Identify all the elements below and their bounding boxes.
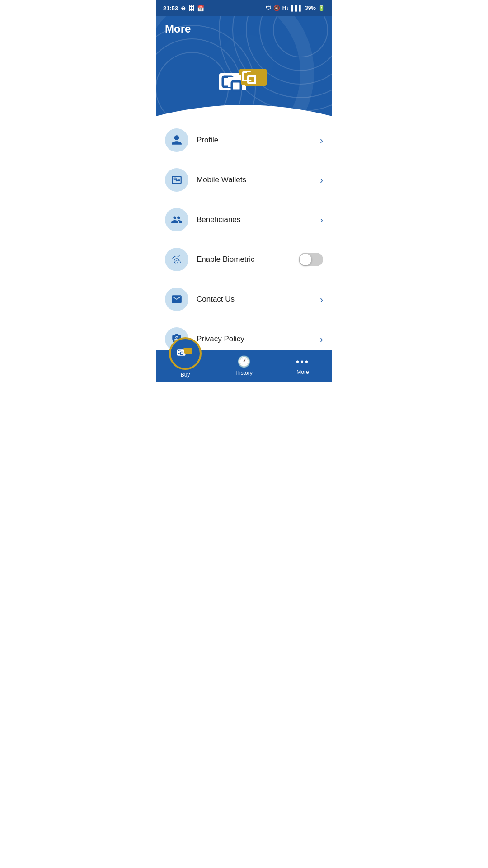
battery-icon: 🔋 bbox=[318, 5, 325, 11]
biometric-toggle[interactable] bbox=[299, 253, 323, 266]
time: 21:53 bbox=[163, 5, 178, 12]
header-title: More bbox=[165, 23, 191, 35]
beneficiaries-icon bbox=[165, 208, 188, 231]
menu-item-mobile-wallets[interactable]: Mobile Wallets› bbox=[156, 160, 332, 200]
beneficiaries-arrow: › bbox=[320, 215, 323, 225]
battery-text: 39% bbox=[305, 5, 316, 11]
status-bar: 21:53 ⊖ 🖼 📅 🛡 🔇 H↓ ▌▌▌ 39% 🔋 bbox=[156, 0, 332, 16]
nav-buy-label: Buy bbox=[181, 372, 190, 378]
contact-us-arrow: › bbox=[320, 294, 323, 305]
mobile-wallets-icon bbox=[165, 168, 188, 192]
contact-us-label: Contact Us bbox=[197, 295, 320, 304]
biometric-toggle-knob bbox=[300, 254, 311, 265]
svg-point-20 bbox=[178, 179, 180, 181]
nav-more[interactable]: ••• More bbox=[273, 350, 332, 382]
menu-list: Profile›Mobile Wallets›Beneficiaries›Ena… bbox=[156, 116, 332, 350]
svg-point-2 bbox=[273, 16, 328, 57]
image-icon: 🖼 bbox=[188, 5, 194, 12]
biometric-label: Enable Biometric bbox=[197, 255, 299, 264]
more-icon: ••• bbox=[296, 357, 310, 367]
signal-icon: H↓ bbox=[282, 5, 289, 11]
calendar-icon: 📅 bbox=[197, 5, 204, 12]
status-left: 21:53 ⊖ 🖼 📅 bbox=[163, 5, 204, 12]
svg-point-21 bbox=[176, 337, 177, 339]
beneficiaries-label: Beneficiaries bbox=[197, 215, 320, 224]
menu-item-contact-us[interactable]: Contact Us› bbox=[156, 279, 332, 319]
nav-history[interactable]: 🕐 History bbox=[215, 350, 273, 382]
mobile-wallets-arrow: › bbox=[320, 175, 323, 185]
buy-logo bbox=[172, 340, 199, 367]
menu-item-beneficiaries[interactable]: Beneficiaries› bbox=[156, 200, 332, 240]
profile-icon bbox=[165, 128, 188, 152]
menu-item-biometric[interactable]: Enable Biometric bbox=[156, 240, 332, 279]
privacy-policy-label: Privacy Policy bbox=[197, 335, 320, 344]
profile-label: Profile bbox=[197, 136, 320, 145]
nav-buy[interactable]: Buy bbox=[156, 350, 215, 382]
privacy-policy-arrow: › bbox=[320, 334, 323, 344]
contact-us-icon bbox=[165, 288, 188, 311]
buy-circle-icon bbox=[169, 337, 202, 370]
mobile-wallets-label: Mobile Wallets bbox=[197, 175, 320, 184]
profile-arrow: › bbox=[320, 135, 323, 146]
svg-rect-25 bbox=[184, 348, 191, 353]
menu-item-profile[interactable]: Profile› bbox=[156, 120, 332, 160]
biometric-icon bbox=[165, 248, 188, 271]
status-right: 🛡 🔇 H↓ ▌▌▌ 39% 🔋 bbox=[266, 5, 325, 11]
app-logo bbox=[219, 69, 269, 102]
svg-point-1 bbox=[260, 16, 332, 71]
nav-history-label: History bbox=[235, 370, 252, 376]
history-icon: 🕐 bbox=[237, 355, 251, 368]
shield-status-icon: 🛡 bbox=[266, 5, 271, 11]
bars-icon: ▌▌▌ bbox=[291, 5, 303, 11]
mute-icon: 🔇 bbox=[273, 5, 280, 11]
nav-more-label: More bbox=[296, 369, 309, 375]
dnd-icon: ⊖ bbox=[181, 5, 186, 12]
bottom-navigation: Buy 🕐 History ••• More bbox=[156, 350, 332, 382]
svg-rect-19 bbox=[174, 178, 176, 180]
header: More bbox=[156, 16, 332, 116]
